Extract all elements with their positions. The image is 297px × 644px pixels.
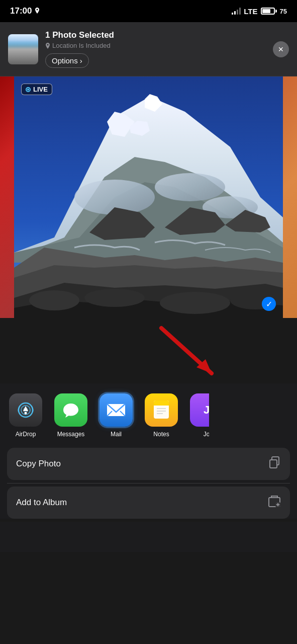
- arrow-container: [0, 318, 297, 383]
- notes-icon: [145, 393, 178, 427]
- jo-app-item[interactable]: J Jo: [189, 393, 224, 438]
- mail-svg: [106, 402, 126, 418]
- status-bar: 17:00 LTE 75: [0, 0, 297, 22]
- messages-app-item[interactable]: Messages: [53, 393, 88, 438]
- signal-bar-4: [239, 8, 241, 15]
- photo-left-peek: [0, 76, 14, 318]
- live-dot: [26, 87, 31, 92]
- close-button[interactable]: ✕: [273, 41, 289, 57]
- photo-right-peek: [283, 76, 297, 318]
- selected-photo-thumb: [8, 34, 38, 64]
- svg-point-5: [155, 173, 225, 201]
- location-small-icon: [45, 43, 50, 49]
- notes-svg: [152, 399, 171, 421]
- battery-fill: [262, 9, 271, 13]
- svg-rect-38: [270, 460, 277, 468]
- live-badge: LIVE: [21, 84, 52, 95]
- status-right: LTE 75: [232, 7, 287, 16]
- battery-icon: [261, 8, 277, 15]
- mountain-svg: [14, 76, 283, 318]
- app-icons-row: AirDrop Messages: [0, 383, 297, 443]
- jo-icon: J: [190, 393, 223, 427]
- messages-svg: [61, 400, 80, 420]
- red-arrow: [146, 323, 227, 383]
- svg-point-27: [25, 412, 27, 415]
- svg-point-19: [160, 292, 230, 314]
- messages-icon: [54, 393, 87, 427]
- airdrop-icon: [9, 393, 42, 427]
- airdrop-label: AirDrop: [16, 431, 36, 438]
- header-info: 1 Photo Selected Location Is Included Op…: [45, 30, 266, 68]
- messages-label: Messages: [57, 431, 85, 438]
- share-header: 1 Photo Selected Location Is Included Op…: [0, 22, 297, 76]
- svg-point-18: [84, 289, 145, 307]
- mail-label: Mail: [111, 431, 122, 438]
- battery-percent: 75: [280, 8, 287, 15]
- add-to-album-icon: [268, 495, 281, 511]
- jo-label: Jo: [204, 431, 210, 438]
- battery-tip: [275, 10, 277, 13]
- signal-bar-1: [232, 13, 233, 15]
- add-to-album-label: Add to Album: [16, 498, 67, 508]
- share-sheet: AirDrop Messages: [0, 383, 297, 519]
- select-checkmark: ✓: [262, 297, 276, 311]
- signal-bars: [232, 8, 241, 15]
- separator-1: [7, 483, 290, 484]
- notes-app-item[interactable]: Notes: [144, 393, 179, 438]
- options-button[interactable]: Options ›: [45, 53, 89, 68]
- copy-photo-icon: [268, 456, 281, 472]
- lte-label: LTE: [244, 7, 257, 16]
- jo-initial: J: [204, 404, 210, 417]
- svg-rect-33: [154, 404, 169, 406]
- copy-photo-label: Copy Photo: [16, 459, 61, 469]
- svg-point-17: [29, 290, 79, 310]
- photo-grid: LIVE ✓: [0, 76, 297, 318]
- header-subtitle: Location Is Included: [45, 42, 266, 49]
- main-photo: LIVE ✓: [14, 76, 283, 318]
- mail-icon: [100, 393, 133, 427]
- notes-label: Notes: [153, 431, 169, 438]
- airdrop-svg: [16, 400, 36, 420]
- signal-bar-3: [237, 10, 238, 15]
- copy-photo-button[interactable]: Copy Photo: [7, 448, 290, 480]
- signal-bar-2: [234, 11, 236, 15]
- bottom-area: [0, 522, 297, 552]
- mail-app-item[interactable]: Mail: [98, 393, 134, 438]
- time-display: 17:00: [10, 6, 32, 16]
- header-title: 1 Photo Selected: [45, 30, 266, 40]
- add-to-album-button[interactable]: Add to Album: [7, 487, 290, 519]
- status-time: 17:00: [10, 6, 40, 16]
- airdrop-app-item[interactable]: AirDrop: [8, 393, 43, 438]
- location-icon: [34, 8, 40, 15]
- dark-section: [0, 318, 297, 383]
